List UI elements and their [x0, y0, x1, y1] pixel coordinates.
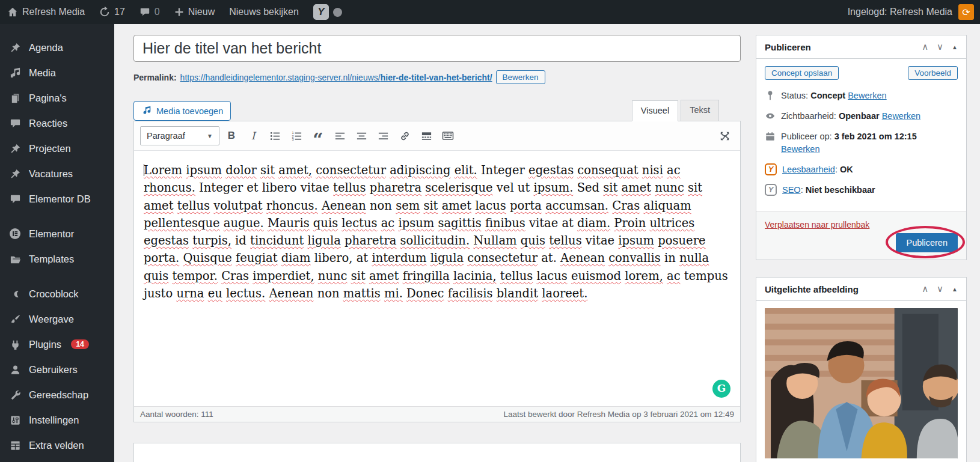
bulleted-list-button[interactable] [265, 127, 284, 145]
table-grid-icon [8, 440, 22, 451]
publish-panel-footer: Verplaatsen naar prullenbak Publiceren [756, 211, 966, 260]
sidebar-item-label: Media [29, 67, 56, 79]
word-count: Aantal woorden: 111 [140, 410, 213, 419]
bold-button[interactable]: B [222, 127, 241, 145]
logged-in-label[interactable]: Ingelogd: Refresh Media [848, 7, 952, 17]
readability-sep: : [835, 165, 838, 174]
featured-panel-header[interactable]: Uitgelichte afbeelding ∧ ∨ ▲ [756, 278, 966, 301]
sidebar-item-templates[interactable]: Templates [0, 246, 114, 272]
italic-button[interactable]: I [243, 127, 263, 145]
admin-sidebar: Agenda Media Pagina's Reacties Projecten… [0, 24, 114, 462]
link-button[interactable] [395, 127, 414, 145]
move-down-icon[interactable]: ∨ [937, 284, 943, 294]
status-label: Status: [781, 91, 808, 100]
sidebar-item-elementor-db[interactable]: Elementor DB [0, 186, 114, 211]
move-up-icon[interactable]: ∧ [922, 284, 928, 294]
sidebar-item-vacatures[interactable]: Vacatures [0, 161, 114, 186]
sidebar-item-reacties[interactable]: Reacties [0, 111, 114, 136]
fullscreen-button[interactable] [715, 127, 734, 145]
featured-image[interactable] [765, 308, 958, 458]
admin-bar-view-post[interactable]: Nieuws bekijken [222, 0, 306, 24]
permalink-row: Permalink: https://handleidingelementor.… [133, 70, 741, 84]
post-title-input[interactable] [133, 35, 741, 62]
grammarly-icon[interactable]: G [712, 380, 730, 398]
sidebar-item-crocoblock[interactable]: Crocoblock [0, 281, 114, 306]
comment-count: 0 [155, 7, 160, 17]
read-more-tag-button[interactable] [417, 127, 436, 145]
admin-bar-updates[interactable]: 17 [92, 0, 132, 24]
paragraph-format-select[interactable]: Paragraaf ▼ [140, 126, 219, 145]
eye-icon [765, 111, 776, 121]
align-left-button[interactable] [330, 127, 349, 145]
add-media-label: Media toevoegen [156, 106, 223, 116]
post-content[interactable]: Lorem ipsum dolor sit amet, consectetur … [134, 151, 740, 406]
sidebar-item-elementor[interactable]: Elementor [0, 221, 114, 246]
plugins-count-badge: 14 [71, 339, 89, 349]
publish-panel-header[interactable]: Publiceren ∧ ∨ ▲ [756, 35, 966, 59]
publish-button[interactable]: Publiceren [896, 233, 958, 252]
editor-toolbar: Paragraaf ▼ B I 123 “ [134, 121, 740, 151]
edit-schedule-link[interactable]: Bewerken [781, 144, 819, 154]
bulleted-list-icon [269, 130, 281, 142]
add-media-icon [141, 106, 152, 116]
pages-icon [8, 93, 22, 104]
move-to-trash-link[interactable]: Verplaatsen naar prullenbak [765, 220, 869, 229]
move-up-icon[interactable]: ∧ [922, 41, 928, 52]
post-editor-main: Permalink: https://handleidingelementor.… [133, 35, 741, 462]
blockquote-button[interactable]: “ [308, 127, 328, 145]
sidebar-item-paginas[interactable]: Pagina's [0, 85, 114, 111]
sidebar-item-label: Crocoblock [29, 288, 79, 300]
sidebar-item-weergave[interactable]: Weergave [0, 306, 114, 332]
preview-button[interactable]: Voorbeeld [908, 66, 958, 80]
visibility-value: Openbaar [839, 111, 880, 121]
svg-text:3: 3 [292, 138, 293, 141]
folder-icon [8, 254, 22, 265]
save-draft-button[interactable]: Concept opslaan [765, 66, 839, 80]
edit-status-link[interactable]: Bewerken [848, 91, 886, 100]
permalink-edit-button[interactable]: Bewerken [496, 70, 545, 84]
add-media-button[interactable]: Media toevoegen [133, 101, 231, 121]
numbered-list-button[interactable]: 123 [287, 127, 306, 145]
toolbar-toggle-button[interactable] [438, 127, 458, 145]
admin-bar-yoast[interactable]: Y [306, 0, 349, 24]
admin-bar-comments[interactable]: 0 [132, 0, 167, 24]
publish-panel-title: Publiceren [765, 42, 811, 52]
sidebar-item-label: Agenda [29, 42, 63, 53]
collapse-panel-icon[interactable]: ▲ [952, 286, 958, 293]
sidebar-item-label: Templates [29, 254, 74, 265]
sidebar-item-extra-velden[interactable]: Extra velden [0, 433, 114, 458]
sidebar-item-instellingen[interactable]: Instellingen [0, 407, 114, 433]
sidebar-item-gebruikers[interactable]: Gebruikers [0, 357, 114, 382]
next-metabox-partial [133, 443, 741, 462]
collapse-panel-icon[interactable]: ▲ [952, 44, 958, 50]
admin-bar-new[interactable]: Nieuw [167, 0, 222, 24]
sidebar-item-plugins[interactable]: Plugins 14 [0, 332, 114, 357]
admin-bar-site-menu[interactable]: Refresh Media [0, 0, 92, 24]
seo-link[interactable]: SEO [782, 185, 801, 195]
readability-row: Y Leesbaarheid: OK [765, 163, 958, 176]
readability-value: OK [840, 165, 853, 174]
sidebar-item-projecten[interactable]: Projecten [0, 136, 114, 161]
sidebar-item-agenda[interactable]: Agenda [0, 35, 114, 60]
comment-bubble-icon [139, 7, 150, 17]
align-right-button[interactable] [373, 127, 393, 145]
fullscreen-icon [719, 130, 730, 142]
tab-text[interactable]: Tekst [681, 100, 719, 121]
crescent-c-icon [8, 288, 22, 300]
edit-visibility-link[interactable]: Bewerken [882, 111, 920, 121]
tab-visual[interactable]: Visueel [632, 100, 678, 121]
sidebar-item-label: Pagina's [29, 93, 67, 104]
pushpin-icon [8, 168, 22, 180]
align-center-button[interactable] [352, 127, 371, 145]
sidebar-item-label: Weergave [29, 314, 74, 325]
word-count-value: 111 [201, 410, 213, 419]
sidebar-item-media[interactable]: Media [0, 60, 114, 85]
move-down-icon[interactable]: ∨ [937, 41, 943, 52]
readability-link[interactable]: Leesbaarheid [782, 165, 835, 174]
permalink-link[interactable]: https://handleidingelementor.staging-ser… [180, 73, 492, 82]
seo-row: Y SEO: Niet beschikbaar [765, 184, 958, 196]
avatar[interactable]: ⟳ [958, 4, 974, 20]
status-value: Concept [810, 91, 845, 100]
sidebar-item-gereedschap[interactable]: Gereedschap [0, 382, 114, 407]
schedule-row: Publiceer op: 3 feb 2021 om 12:15Bewerke… [765, 130, 958, 156]
